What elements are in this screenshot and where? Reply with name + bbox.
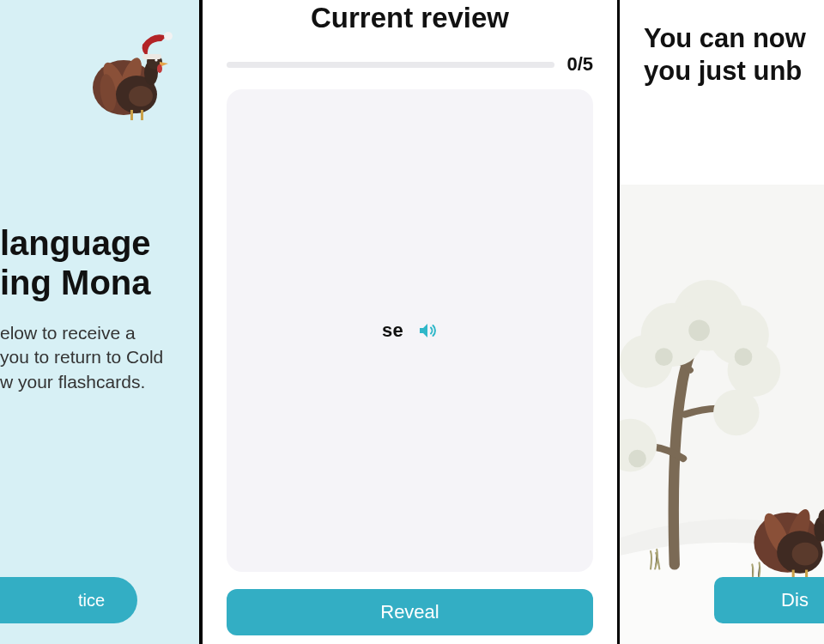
intro-title-line2: ing Mona xyxy=(0,264,151,301)
sound-icon[interactable] xyxy=(417,320,438,341)
flashcard-word: se xyxy=(382,319,403,342)
dismiss-button-label: Dis xyxy=(781,589,809,611)
review-panel: Current review 0/5 se Reveal xyxy=(202,0,620,644)
review-title: Current review xyxy=(311,2,509,34)
svg-point-5 xyxy=(129,86,153,106)
svg-point-23 xyxy=(655,348,673,366)
intro-title: language ing Mona xyxy=(0,223,199,302)
svg-point-22 xyxy=(688,319,710,341)
intro-title-line1: language xyxy=(0,224,151,262)
svg-point-21 xyxy=(713,390,760,436)
svg-rect-13 xyxy=(141,110,143,120)
dismiss-button[interactable]: Dis xyxy=(714,577,824,623)
turkey-icon xyxy=(89,26,184,128)
svg-point-19 xyxy=(728,343,781,397)
progress-track xyxy=(227,62,554,68)
dismiss-title: You can now you just unb xyxy=(644,22,824,88)
svg-point-8 xyxy=(157,64,162,73)
practice-button[interactable]: tice xyxy=(0,577,137,623)
svg-rect-12 xyxy=(130,110,133,120)
dismiss-panel: You can now you just unb xyxy=(620,0,824,644)
intro-panel: language ing Mona elow to receive a you … xyxy=(0,0,202,644)
svg-point-24 xyxy=(735,348,753,366)
reveal-button[interactable]: Reveal xyxy=(227,589,593,635)
progress-count: 0/5 xyxy=(566,53,593,76)
svg-rect-11 xyxy=(142,54,161,59)
practice-button-label: tice xyxy=(78,591,105,611)
winter-illustration xyxy=(620,185,824,644)
svg-point-10 xyxy=(164,32,173,40)
intro-body: elow to receive a you to return to Cold … xyxy=(0,321,199,394)
flashcard[interactable]: se xyxy=(227,89,593,572)
reveal-button-label: Reveal xyxy=(380,601,439,623)
progress-bar: 0/5 xyxy=(227,53,593,76)
svg-point-30 xyxy=(792,543,819,566)
svg-point-25 xyxy=(628,450,646,468)
